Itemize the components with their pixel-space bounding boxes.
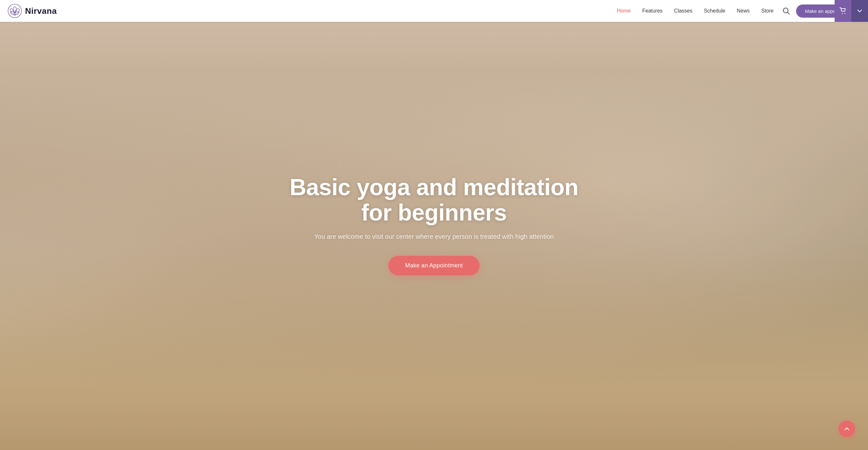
svg-point-7 — [783, 8, 788, 13]
hero-title: Basic yoga and meditation for beginners — [286, 174, 582, 225]
nav-item-store[interactable]: Store — [761, 8, 773, 14]
navbar: Nirvana Home Features Classes Schedule N… — [0, 0, 868, 22]
search-icon — [783, 7, 790, 14]
hero-content: Basic yoga and meditation for beginners … — [280, 174, 588, 276]
nav-link-home[interactable]: Home — [617, 8, 631, 13]
svg-line-8 — [787, 12, 789, 14]
chevron-up-icon — [844, 426, 850, 432]
nav-link-schedule[interactable]: Schedule — [704, 8, 725, 13]
search-button[interactable] — [783, 7, 790, 14]
hero-cta-button[interactable]: Make an Appointment — [389, 256, 479, 276]
cart-icon — [839, 7, 846, 14]
nav-item-features[interactable]: Features — [642, 8, 662, 14]
svg-point-10 — [844, 13, 845, 14]
cart-button[interactable] — [835, 0, 851, 22]
nav-item-news[interactable]: News — [737, 8, 749, 14]
brand-name: Nirvana — [25, 6, 57, 16]
nav-link-classes[interactable]: Classes — [674, 8, 692, 13]
hero-section: Basic yoga and meditation for beginners … — [0, 0, 868, 450]
nav-link-store[interactable]: Store — [761, 8, 773, 13]
nav-item-home[interactable]: Home — [617, 8, 631, 14]
svg-point-0 — [8, 4, 22, 18]
nav-item-schedule[interactable]: Schedule — [704, 8, 725, 14]
svg-point-9 — [842, 13, 843, 14]
hero-subtitle: You are welcome to visit our center wher… — [286, 233, 582, 240]
navbar-end — [830, 0, 868, 22]
nav-item-classes[interactable]: Classes — [674, 8, 692, 14]
logo-icon — [8, 4, 22, 18]
nav-links: Home Features Classes Schedule News Stor… — [617, 8, 774, 14]
nav-link-news[interactable]: News — [737, 8, 749, 13]
nav-link-features[interactable]: Features — [642, 8, 662, 13]
logo-area[interactable]: Nirvana — [8, 4, 57, 18]
scroll-to-top-button[interactable] — [838, 420, 855, 437]
chevron-down-icon — [857, 8, 863, 14]
dropdown-button[interactable] — [851, 0, 868, 22]
